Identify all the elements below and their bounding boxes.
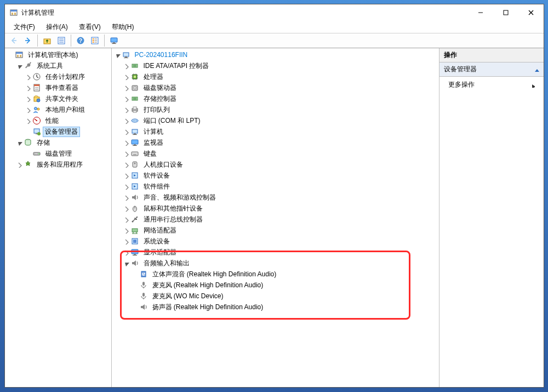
device-monitors[interactable]: 监视器: [112, 137, 439, 148]
menu-view[interactable]: 查看(V): [73, 21, 106, 33]
expander-icon[interactable]: [122, 171, 130, 180]
tree-label: 人机接口设备: [141, 160, 185, 170]
device-hid[interactable]: 人机接口设备: [112, 159, 439, 170]
actions-more-actions[interactable]: 更多操作: [439, 77, 544, 93]
device-sound-video-game[interactable]: 声音、视频和游戏控制器: [112, 192, 439, 203]
device-storage-controllers[interactable]: 存储控制器: [112, 93, 439, 104]
tree-local-users-groups[interactable]: 本地用户和组: [5, 104, 111, 115]
minimize-button[interactable]: [468, 4, 493, 21]
menu-help[interactable]: 帮助(H): [106, 21, 140, 33]
tree-label: IDE ATA/ATAPI 控制器: [141, 61, 212, 71]
tree-label: 打印队列: [141, 105, 172, 115]
device-computer[interactable]: 计算机: [112, 126, 439, 137]
left-nav-tree[interactable]: 计算机管理(本地) 系统工具 任务计划程序: [5, 48, 112, 387]
expander-icon[interactable]: [122, 138, 130, 147]
expander-icon[interactable]: [122, 105, 130, 114]
device-speaker-realtek[interactable]: 扬声器 (Realtek High Definition Audio): [112, 302, 439, 313]
menu-file[interactable]: 文件(F): [8, 21, 41, 33]
network-icon: [130, 226, 139, 235]
close-button[interactable]: [518, 4, 544, 21]
device-processors[interactable]: 处理器: [112, 71, 439, 82]
tree-event-viewer[interactable]: 事件查看器: [5, 82, 111, 93]
expander-icon[interactable]: [122, 248, 130, 257]
device-ports[interactable]: 端口 (COM 和 LPT): [112, 115, 439, 126]
device-stereo-mix[interactable]: 立体声混音 (Realtek High Definition Audio): [112, 269, 439, 280]
device-microphone-womic[interactable]: 麦克风 (WO Mic Device): [112, 291, 439, 302]
device-audio-in-out[interactable]: 音频输入和输出: [112, 258, 439, 269]
expander-icon[interactable]: [122, 259, 130, 268]
collapse-up-icon[interactable]: [533, 66, 539, 73]
toolbar-list-button[interactable]: [88, 34, 101, 47]
expander-icon[interactable]: [122, 83, 130, 92]
expander-icon[interactable]: [122, 193, 130, 202]
body: 计算机管理(本地) 系统工具 任务计划程序: [5, 48, 544, 387]
actions-section-device-manager[interactable]: 设备管理器: [439, 63, 544, 77]
maximize-button[interactable]: [493, 4, 518, 21]
audio-icon: [130, 259, 139, 268]
device-root-pc[interactable]: PC-20240116FIIN: [112, 49, 439, 60]
expander-icon[interactable]: [24, 72, 32, 81]
device-network-adapters[interactable]: 网络适配器: [112, 225, 439, 236]
expander-icon[interactable]: [122, 160, 130, 169]
expander-icon[interactable]: [122, 149, 130, 158]
expander-icon[interactable]: [122, 116, 130, 125]
expander-icon[interactable]: [122, 204, 130, 213]
device-disk-drives[interactable]: 磁盘驱动器: [112, 82, 439, 93]
expander-icon[interactable]: [122, 94, 130, 103]
device-display-adapters[interactable]: 显示适配器: [112, 247, 439, 258]
expander-icon[interactable]: [24, 116, 32, 125]
device-microphone-realtek[interactable]: 麦克风 (Realtek High Definition Audio): [112, 280, 439, 291]
tree-services-apps[interactable]: 服务和应用程序: [5, 159, 111, 170]
expander-icon[interactable]: [122, 237, 130, 246]
tree-label: 显示适配器: [141, 247, 179, 258]
device-ide-ata-atapi[interactable]: IDE ATA/ATAPI 控制器: [112, 60, 439, 71]
port-icon: [130, 116, 139, 125]
mic-icon: [139, 292, 148, 300]
menu-action[interactable]: 操作(A): [41, 21, 73, 33]
toolbar-up-button[interactable]: [41, 34, 54, 47]
device-system-devices[interactable]: 系统设备: [112, 236, 439, 247]
clock-icon: [32, 72, 41, 81]
toolbar-help-button[interactable]: [74, 34, 87, 47]
toolbar-back-button[interactable]: [7, 34, 20, 47]
expander-icon[interactable]: [24, 105, 32, 114]
tree-disk-management[interactable]: 磁盘管理: [5, 148, 111, 159]
expander-icon[interactable]: [15, 61, 24, 70]
tree-root-computer-management[interactable]: 计算机管理(本地): [5, 49, 111, 60]
expander-icon[interactable]: [24, 83, 32, 92]
toolbar-monitor-button[interactable]: [107, 34, 121, 47]
expander-icon[interactable]: [122, 226, 130, 235]
tree-device-manager[interactable]: 设备管理器: [5, 126, 111, 137]
device-software-components[interactable]: 软件组件: [112, 181, 439, 192]
tree-label: 鼠标和其他指针设备: [141, 203, 205, 214]
tree-system-tools[interactable]: 系统工具: [5, 60, 111, 71]
expander-icon[interactable]: [122, 215, 130, 224]
tree-task-scheduler[interactable]: 任务计划程序: [5, 71, 111, 82]
tree-performance[interactable]: 性能: [5, 115, 111, 126]
tree-shared-folders[interactable]: 共享文件夹: [5, 93, 111, 104]
device-print-queues[interactable]: 打印队列: [112, 104, 439, 115]
toolbar-forward-button[interactable]: [21, 34, 35, 47]
users-icon: [32, 105, 41, 114]
expander-icon[interactable]: [122, 61, 130, 70]
mic-icon: [139, 281, 148, 289]
expander-icon[interactable]: [24, 94, 32, 103]
device-mice[interactable]: 鼠标和其他指针设备: [112, 203, 439, 214]
disk-icon: [32, 149, 41, 158]
expander-icon[interactable]: [122, 127, 130, 136]
tree-label: 任务计划程序: [43, 72, 87, 82]
device-tree-panel[interactable]: PC-20240116FIIN IDE ATA/ATAPI 控制器 处理器 磁盘…: [112, 48, 439, 387]
expander-icon[interactable]: [122, 72, 130, 81]
expander-icon[interactable]: [113, 50, 122, 59]
device-keyboards[interactable]: 键盘: [112, 148, 439, 159]
tree-storage[interactable]: 存储: [5, 137, 111, 148]
expander-icon[interactable]: [122, 182, 130, 191]
keyboard-icon: [130, 149, 139, 158]
chevron-right-icon: [529, 82, 535, 88]
device-usb-controllers[interactable]: 通用串行总线控制器: [112, 214, 439, 225]
toolbar-properties-button[interactable]: [55, 34, 68, 47]
expander-icon[interactable]: [15, 138, 24, 147]
device-software-devices[interactable]: 软件设备: [112, 170, 439, 181]
expander-icon[interactable]: [15, 160, 24, 169]
display-adapter-icon: [130, 248, 139, 257]
